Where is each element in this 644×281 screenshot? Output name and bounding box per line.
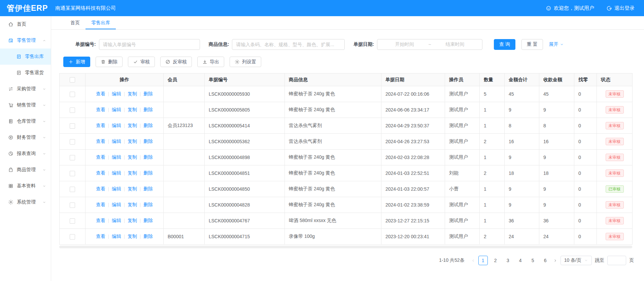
reverse-audit-button[interactable]: 反审核 <box>160 57 192 67</box>
sidebar-item-retail-return[interactable]: 零售退货 <box>0 65 51 81</box>
sidebar-item-retail-management[interactable]: 零售管理 <box>0 32 51 49</box>
row-action-copy[interactable]: 复制 <box>128 202 137 208</box>
row-action-delete[interactable]: 删除 <box>143 91 153 97</box>
qty-cell: 1 <box>480 102 505 118</box>
row-action-view[interactable]: 查看 <box>96 170 105 176</box>
row-action-view[interactable]: 查看 <box>96 138 105 145</box>
row-action-copy[interactable]: 复制 <box>128 123 137 129</box>
page-number-3[interactable]: 3 <box>503 256 513 265</box>
row-action-delete[interactable]: 删除 <box>143 107 153 113</box>
row-checkbox[interactable] <box>70 234 75 240</box>
table-row: 查看编辑复制删除LSCK00000004851蜂蜜柚子茶 240g 黄色2024… <box>60 165 633 181</box>
row-action-delete[interactable]: 删除 <box>143 186 153 192</box>
row-action-edit[interactable]: 编辑 <box>112 154 121 160</box>
row-action-view[interactable]: 查看 <box>96 186 105 192</box>
sidebar-item-sales-management[interactable]: 销售管理 <box>0 97 51 113</box>
row-action-copy[interactable]: 复制 <box>128 218 137 224</box>
row-checkbox[interactable] <box>70 218 75 224</box>
logout-button[interactable]: 退出登录 <box>606 5 635 11</box>
search-button[interactable]: 查 询 <box>494 39 515 50</box>
jump-page-input[interactable] <box>607 256 626 265</box>
row-checkbox[interactable] <box>70 92 75 97</box>
row-action-edit[interactable]: 编辑 <box>112 107 121 113</box>
row-checkbox[interactable] <box>70 187 75 192</box>
user-welcome[interactable]: 欢迎您，测试用户 <box>546 5 594 11</box>
next-page-button[interactable] <box>553 258 557 263</box>
row-action-edit[interactable]: 编辑 <box>112 91 121 97</box>
prev-page-button[interactable] <box>471 258 475 263</box>
row-action-view[interactable]: 查看 <box>96 202 105 208</box>
horizontal-scrollbar[interactable] <box>59 246 632 248</box>
row-action-edit[interactable]: 编辑 <box>112 138 121 145</box>
button-label: 删除 <box>108 59 117 65</box>
row-checkbox[interactable] <box>70 139 75 145</box>
bill-no-cell: LSCK00000004851 <box>205 165 285 181</box>
reset-button[interactable]: 重 置 <box>521 39 543 50</box>
sidebar-item-purchase-management[interactable]: 采购管理 <box>0 81 51 97</box>
row-action-view[interactable]: 查看 <box>96 107 105 113</box>
row-action-edit[interactable]: 编辑 <box>112 170 121 176</box>
sidebar-item-system-management[interactable]: 系统管理 <box>0 194 51 210</box>
row-action-delete[interactable]: 删除 <box>143 233 153 240</box>
action-separator <box>108 203 109 207</box>
row-action-view[interactable]: 查看 <box>96 154 105 160</box>
column-settings-button[interactable]: 列设置 <box>230 57 261 67</box>
page-number-5[interactable]: 5 <box>528 256 538 265</box>
row-action-copy[interactable]: 复制 <box>128 233 137 240</box>
row-checkbox[interactable] <box>70 123 75 129</box>
sidebar-item-goods-management[interactable]: 商品管理 <box>0 162 51 178</box>
page-number-1[interactable]: 1 <box>478 256 488 265</box>
row-action-delete[interactable]: 删除 <box>143 138 153 145</box>
sidebar-item-label: 报表查询 <box>17 151 42 157</box>
row-action-copy[interactable]: 复制 <box>128 170 137 176</box>
product-info-input[interactable] <box>232 39 345 50</box>
row-action-delete[interactable]: 删除 <box>143 202 153 208</box>
audit-button[interactable]: 审核 <box>128 57 155 67</box>
row-checkbox[interactable] <box>70 202 75 208</box>
row-action-edit[interactable]: 编辑 <box>112 202 121 208</box>
sidebar-item-warehouse-management[interactable]: 仓库管理 <box>0 113 51 129</box>
sidebar-item-report-query[interactable]: 报表查询 <box>0 146 51 162</box>
sidebar-item-home[interactable]: 首页 <box>0 16 51 32</box>
row-checkbox[interactable] <box>70 155 75 160</box>
tab-home[interactable]: 首页 <box>65 16 86 29</box>
row-checkbox[interactable] <box>70 107 75 113</box>
row-action-edit[interactable]: 编辑 <box>112 218 121 224</box>
row-action-delete[interactable]: 删除 <box>143 123 153 129</box>
page-number-6[interactable]: 6 <box>541 256 550 265</box>
add-button[interactable]: 新增 <box>63 57 90 67</box>
row-action-edit[interactable]: 编辑 <box>112 233 121 240</box>
row-action-view[interactable]: 查看 <box>96 123 105 129</box>
row-action-delete[interactable]: 删除 <box>143 154 153 160</box>
row-action-copy[interactable]: 复制 <box>128 154 137 160</box>
status-badge: 未审核 <box>606 154 624 161</box>
bill-no-input[interactable] <box>99 39 200 50</box>
page-number-4[interactable]: 4 <box>516 256 525 265</box>
status-cell: 未审核 <box>597 229 633 245</box>
status-badge: 未审核 <box>606 201 624 209</box>
row-action-edit[interactable]: 编辑 <box>112 123 121 129</box>
row-action-copy[interactable]: 复制 <box>128 107 137 113</box>
export-button[interactable]: 导出 <box>197 57 224 67</box>
header-actions: 欢迎您，测试用户 退出登录 <box>509 5 635 12</box>
expand-link[interactable]: 展开 <box>549 41 564 48</box>
tab-retail-outbound[interactable]: 零售出库 <box>86 16 116 29</box>
row-action-copy[interactable]: 复制 <box>128 186 137 192</box>
page-size-select[interactable]: 10 条/页 <box>561 256 592 265</box>
row-action-edit[interactable]: 编辑 <box>112 186 121 192</box>
row-action-view[interactable]: 查看 <box>96 91 105 97</box>
page-number-2[interactable]: 2 <box>491 256 500 265</box>
sidebar-item-finance-management[interactable]: 财务管理 <box>0 129 51 146</box>
select-all-checkbox[interactable] <box>70 77 75 83</box>
row-action-view[interactable]: 查看 <box>96 233 105 240</box>
row-action-delete[interactable]: 删除 <box>143 218 153 224</box>
row-action-delete[interactable]: 删除 <box>143 170 153 176</box>
delete-button[interactable]: 删除 <box>96 57 123 67</box>
row-action-copy[interactable]: 复制 <box>128 138 137 145</box>
row-checkbox[interactable] <box>70 171 75 176</box>
row-action-view[interactable]: 查看 <box>96 218 105 224</box>
sidebar-item-basic-data[interactable]: 基本资料 <box>0 178 51 194</box>
date-range-picker[interactable]: 开始时间 ~ 结束时间 <box>377 39 482 50</box>
sidebar-item-retail-outbound[interactable]: 零售出库 <box>0 49 51 65</box>
row-action-copy[interactable]: 复制 <box>128 91 137 97</box>
